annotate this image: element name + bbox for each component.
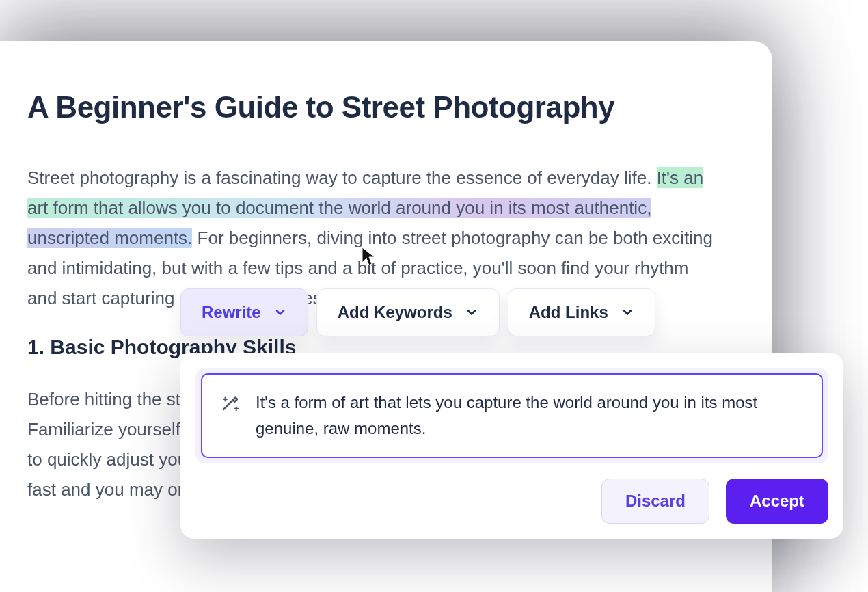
chevron-down-icon [465,306,478,319]
add-links-button[interactable]: Add Links [508,288,655,336]
rewrite-label: Rewrite [202,303,261,322]
suggestion-box: It's a form of art that lets you capture… [195,368,828,463]
chevron-down-icon [273,306,287,319]
document-title: A Beginner's Guide to Street Photography [27,90,745,124]
accept-button[interactable]: Accept [726,479,828,524]
panel-actions: Discard Accept [195,479,828,524]
rewrite-toolbar: Rewrite Add Keywords Add Links [180,288,655,336]
add-links-label: Add Links [529,303,608,322]
chevron-down-icon [621,306,634,319]
suggestion-text: It's a form of art that lets you capture… [256,390,804,442]
discard-button[interactable]: Discard [601,479,709,524]
magic-wand-icon [220,392,241,416]
add-keywords-label: Add Keywords [338,303,452,322]
suggestion-panel: It's a form of art that lets you capture… [180,353,843,539]
para1-pre: Street photography is a fascinating way … [27,167,657,188]
suggestion-inner[interactable]: It's a form of art that lets you capture… [201,373,823,458]
rewrite-button[interactable]: Rewrite [180,288,308,336]
add-keywords-button[interactable]: Add Keywords [316,288,500,336]
